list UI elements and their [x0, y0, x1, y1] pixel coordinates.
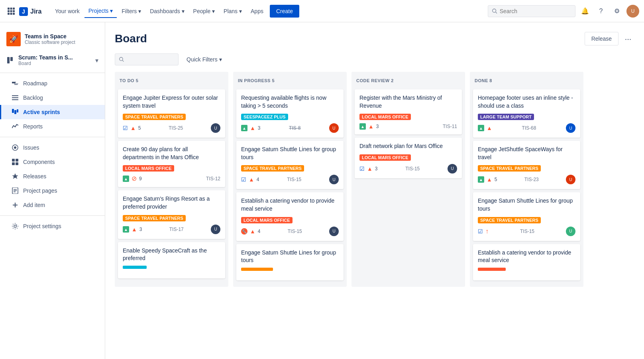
card-inprog-1[interactable]: Requesting available flights is now taki…: [236, 89, 344, 138]
nav-filters[interactable]: Filters ▾: [118, 5, 145, 18]
svg-text:▲: ▲: [479, 178, 483, 182]
card-footer: ▲ ▲ 3 TIS-11: [359, 123, 457, 130]
svg-rect-19: [12, 109, 14, 113]
card-title: Create 90 day plans for all departments …: [123, 146, 220, 161]
project-type: Classic software project: [25, 39, 98, 45]
card-badge: SPACE TRAVEL PARTNERS: [478, 165, 541, 172]
grid-icon[interactable]: [5, 5, 18, 18]
card-count: 4: [258, 229, 261, 234]
sidebar-item-reports[interactable]: Reports: [0, 119, 105, 134]
column-todo: TO DO 5 Engage Jupiter Express for outer…: [115, 72, 228, 287]
more-options-button[interactable]: ···: [622, 32, 634, 45]
sprints-icon: [11, 108, 19, 116]
project-settings-label: Project settings: [23, 223, 61, 229]
nav-projects[interactable]: Projects ▾: [84, 4, 117, 18]
column-codereview: CODE REVIEW 2 Register with the Mars Min…: [351, 72, 465, 287]
board-sub: Board: [18, 61, 73, 66]
check-icon: ☑: [123, 125, 128, 131]
svg-text:▲: ▲: [124, 227, 128, 232]
notifications-button[interactable]: 🔔: [579, 5, 591, 18]
card-done-1[interactable]: Homepage footer uses an inline style - s…: [473, 89, 580, 138]
settings-button[interactable]: ⚙: [611, 5, 623, 18]
sidebar-item-project-pages[interactable]: Project pages: [0, 183, 105, 198]
create-button[interactable]: Create: [270, 5, 299, 18]
user-avatar[interactable]: U: [626, 5, 639, 18]
card-inprog-4-partial[interactable]: Engage Saturn Shuttle Lines for group to…: [236, 244, 344, 280]
card-inprog-2[interactable]: Engage Saturn Shuttle Lines for group to…: [236, 141, 344, 189]
card-done-4-partial[interactable]: Establish a catering vendor to provide m…: [473, 244, 580, 280]
main-content: Board Release ··· Quick Filters ▾: [105, 22, 644, 359]
svg-line-13: [496, 12, 497, 13]
release-button[interactable]: Release: [585, 32, 618, 45]
card-avatar: U: [329, 123, 339, 133]
sidebar-item-releases[interactable]: Releases: [0, 169, 105, 183]
svg-rect-1: [10, 8, 12, 10]
releases-label: Releases: [23, 173, 46, 180]
priority-high-icon: ▲: [250, 228, 255, 235]
jira-logo[interactable]: J Jira: [19, 6, 46, 17]
column-header-done: DONE 8: [473, 75, 580, 86]
card-done-3[interactable]: Engage Saturn Shuttle Lines for group to…: [473, 192, 580, 241]
svg-rect-24: [12, 159, 15, 162]
nav-plans[interactable]: Plans ▾: [220, 5, 246, 18]
card-cr-2[interactable]: Draft network plan for Mars Office LOCAL…: [355, 138, 462, 178]
column-header-codereview: CODE REVIEW 2: [355, 75, 462, 86]
sidebar-item-issues[interactable]: Issues: [0, 140, 105, 155]
svg-text:J: J: [22, 8, 25, 15]
help-button[interactable]: ?: [595, 5, 607, 18]
sidebar-divider-3: [0, 215, 105, 216]
roadmap-icon: [11, 79, 19, 87]
card-tis-17[interactable]: Engage Saturn's Rings Resort as a prefer…: [118, 190, 225, 239]
sidebar: 🚀 Teams in Space Classic software projec…: [0, 22, 105, 359]
card-cr-1[interactable]: Register with the Mars Ministry of Reven…: [355, 89, 462, 134]
sidebar-item-roadmap[interactable]: Roadmap: [0, 76, 105, 91]
releases-icon: [11, 172, 19, 180]
story-icon: ▲: [359, 123, 366, 130]
expand-icon[interactable]: ▾: [95, 57, 98, 64]
board-icon: [6, 56, 14, 64]
search-box[interactable]: [488, 5, 575, 17]
sidebar-item-backlog[interactable]: Backlog: [0, 91, 105, 105]
svg-rect-7: [10, 13, 12, 15]
nav-dashboards[interactable]: Dashboards ▾: [146, 5, 188, 18]
sidebar-item-add[interactable]: Add item: [0, 198, 105, 212]
card-badge: SEESPACEEZ PLUS: [241, 114, 288, 120]
board-search-box[interactable]: [115, 53, 179, 65]
column-inprogress: IN PROGRESS 5 Requesting available fligh…: [233, 72, 347, 287]
quick-filters-button[interactable]: Quick Filters ▾: [182, 54, 227, 65]
card-title: Establish a catering vendor to provide m…: [241, 197, 339, 213]
backlog-label: Backlog: [23, 95, 43, 101]
app-layout: 🚀 Teams in Space Classic software projec…: [0, 22, 644, 359]
nav-people[interactable]: People ▾: [189, 5, 219, 18]
card-badge: [241, 268, 273, 271]
card-badge: SPACE TRAVEL PARTNERS: [123, 114, 186, 120]
card-done-2[interactable]: Engage JetShuttle SpaceWays for travel S…: [473, 141, 580, 189]
nav-apps[interactable]: Apps: [247, 5, 267, 18]
backlog-icon: [11, 94, 19, 102]
card-count: 3: [139, 227, 142, 232]
card-inprog-3[interactable]: Establish a catering vendor to provide m…: [236, 192, 344, 241]
column-header-inprogress: IN PROGRESS 5: [236, 75, 344, 86]
svg-text:▲: ▲: [124, 177, 128, 181]
priority-high-icon: ▲: [368, 123, 374, 130]
nav-your-work[interactable]: Your work: [51, 5, 84, 18]
sidebar-item-components[interactable]: Components: [0, 155, 105, 169]
scrum-board-item[interactable]: Scrum: Teams in S... Board ▾: [0, 51, 105, 69]
card-tis-25[interactable]: Engage Jupiter Express for outer solar s…: [118, 89, 225, 138]
nav-links: Your work Projects ▾ Filters ▾ Dashboard…: [51, 4, 486, 18]
sidebar-item-active-sprints[interactable]: Active sprints: [0, 105, 105, 119]
sidebar-item-project-settings[interactable]: Project settings: [0, 219, 105, 233]
pages-icon: [11, 187, 19, 195]
card-footer: ☑ ↑ TIS-15 U: [478, 227, 575, 236]
card-id: TIS-11: [443, 124, 457, 129]
card-id: TIS-15: [288, 229, 302, 234]
search-input[interactable]: [500, 8, 571, 14]
priority-high-icon: ▲: [130, 125, 136, 131]
card-partial-todo[interactable]: Enable Speedy SpaceCraft as the preferre…: [118, 242, 225, 278]
check-icon: ☑: [241, 176, 246, 183]
board-search-input[interactable]: [126, 56, 174, 63]
card-footer: ☑ ▲ 4 TIS-15 U: [241, 175, 339, 184]
card-id: TIS-25: [169, 125, 183, 131]
card-tis-12[interactable]: Create 90 day plans for all departments …: [118, 141, 225, 187]
card-id: TIS-15: [405, 166, 420, 172]
